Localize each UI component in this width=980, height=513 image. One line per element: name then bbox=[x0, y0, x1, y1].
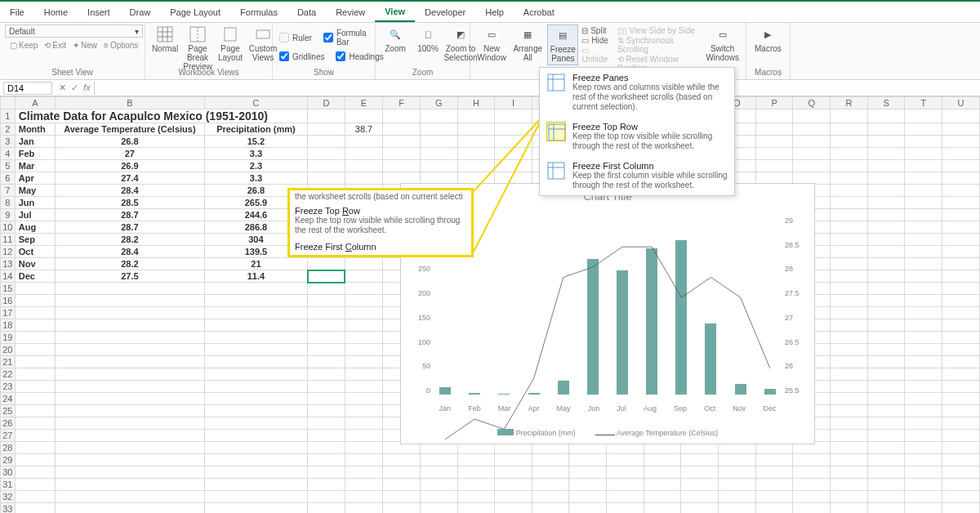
cell-U21[interactable] bbox=[942, 356, 980, 368]
col-header-Q[interactable]: Q bbox=[793, 97, 831, 109]
cell-Q32[interactable] bbox=[793, 491, 831, 503]
cell-D2[interactable] bbox=[308, 123, 345, 136]
cell-D32[interactable] bbox=[308, 491, 345, 503]
cell-U6[interactable] bbox=[942, 172, 980, 185]
cell-I1[interactable] bbox=[495, 109, 532, 123]
cell-Q33[interactable] bbox=[793, 503, 831, 514]
cell-A10[interactable]: Aug bbox=[15, 221, 55, 234]
cell-A5[interactable]: Mar bbox=[15, 160, 55, 172]
cell-D6[interactable] bbox=[308, 172, 345, 185]
cell-A30[interactable] bbox=[15, 466, 55, 479]
cell-S9[interactable] bbox=[867, 209, 905, 221]
cell-A16[interactable] bbox=[15, 295, 55, 307]
col-header-R[interactable]: R bbox=[831, 97, 868, 109]
cell-T25[interactable] bbox=[905, 405, 942, 417]
cell-H3[interactable] bbox=[457, 136, 495, 148]
cell-R7[interactable] bbox=[831, 185, 868, 197]
cell-F5[interactable] bbox=[383, 160, 421, 172]
cell-B31[interactable] bbox=[56, 479, 205, 491]
cell-R27[interactable] bbox=[831, 430, 868, 442]
cell-S23[interactable] bbox=[867, 381, 905, 393]
cell-S18[interactable] bbox=[867, 319, 905, 332]
menu-tab-data[interactable]: Data bbox=[287, 2, 326, 22]
cell-D14[interactable] bbox=[308, 270, 345, 283]
cell-S12[interactable] bbox=[867, 246, 905, 258]
cell-F32[interactable] bbox=[383, 491, 421, 503]
cell-B27[interactable] bbox=[56, 430, 205, 442]
cell-R13[interactable] bbox=[831, 258, 868, 270]
cell-S3[interactable] bbox=[867, 136, 905, 148]
cell-T18[interactable] bbox=[905, 319, 942, 332]
cell-Q2[interactable] bbox=[793, 123, 831, 136]
cell-G4[interactable] bbox=[420, 148, 457, 160]
cell-R20[interactable] bbox=[831, 344, 868, 356]
cell-U16[interactable] bbox=[942, 295, 980, 307]
cell-E17[interactable] bbox=[345, 307, 382, 319]
cell-T2[interactable] bbox=[905, 123, 942, 136]
cell-I2[interactable] bbox=[495, 123, 532, 136]
switch-windows-button[interactable]: ▭Switch Windows bbox=[704, 25, 741, 64]
cell-F4[interactable] bbox=[383, 148, 421, 160]
cell-H2[interactable] bbox=[457, 123, 495, 136]
row-header-33[interactable]: 33 bbox=[1, 503, 16, 514]
row-header-15[interactable]: 15 bbox=[1, 283, 16, 295]
cell-S2[interactable] bbox=[867, 123, 905, 136]
macros-button[interactable]: ▶Macros bbox=[751, 25, 785, 55]
cell-R9[interactable] bbox=[831, 209, 868, 221]
hide-button[interactable]: ▭ Hide bbox=[581, 36, 613, 45]
cell-U9[interactable] bbox=[942, 209, 980, 221]
cell-E30[interactable] bbox=[345, 466, 382, 479]
menu-tab-help[interactable]: Help bbox=[475, 2, 514, 22]
cell-R2[interactable] bbox=[831, 123, 868, 136]
cell-U20[interactable] bbox=[942, 344, 980, 356]
cell-S5[interactable] bbox=[867, 160, 905, 172]
cell-A27[interactable] bbox=[15, 430, 55, 442]
cell-S25[interactable] bbox=[867, 405, 905, 417]
cell-Q30[interactable] bbox=[793, 466, 831, 479]
cell-B24[interactable] bbox=[56, 393, 205, 405]
cell-Q1[interactable] bbox=[793, 109, 831, 123]
cell-S28[interactable] bbox=[867, 442, 905, 454]
cell-R32[interactable] bbox=[831, 491, 868, 503]
row-header-19[interactable]: 19 bbox=[1, 332, 16, 344]
cell-B9[interactable]: 28.7 bbox=[56, 209, 205, 221]
cell-A17[interactable] bbox=[15, 307, 55, 319]
cell-R31[interactable] bbox=[831, 479, 868, 491]
cell-H5[interactable] bbox=[457, 160, 495, 172]
cell-A31[interactable] bbox=[15, 479, 55, 491]
menu-tab-insert[interactable]: Insert bbox=[78, 2, 120, 22]
cell-T28[interactable] bbox=[905, 442, 942, 454]
cell-S15[interactable] bbox=[867, 283, 905, 295]
cell-A28[interactable] bbox=[15, 442, 55, 454]
cell-E6[interactable] bbox=[345, 172, 382, 185]
cell-T31[interactable] bbox=[905, 479, 942, 491]
cell-S13[interactable] bbox=[867, 258, 905, 270]
cell-E23[interactable] bbox=[345, 381, 382, 393]
col-header-S[interactable]: S bbox=[867, 97, 905, 109]
cell-E24[interactable] bbox=[345, 393, 382, 405]
row-header-6[interactable]: 6 bbox=[1, 172, 16, 185]
cell-S31[interactable] bbox=[867, 479, 905, 491]
cell-S26[interactable] bbox=[867, 417, 905, 430]
cell-B16[interactable] bbox=[56, 295, 205, 307]
cell-E22[interactable] bbox=[345, 368, 382, 381]
row-header-13[interactable]: 13 bbox=[1, 258, 16, 270]
cell-E32[interactable] bbox=[345, 491, 382, 503]
col-header-D[interactable]: D bbox=[308, 97, 345, 109]
cell-T17[interactable] bbox=[905, 307, 942, 319]
cell-B30[interactable] bbox=[56, 466, 205, 479]
cell-R21[interactable] bbox=[831, 356, 868, 368]
cell-Q5[interactable] bbox=[793, 160, 831, 172]
cell-B19[interactable] bbox=[56, 332, 205, 344]
sheetview-exit[interactable]: ⟲ Exit bbox=[44, 41, 66, 50]
cell-P1[interactable] bbox=[755, 109, 793, 123]
cell-T29[interactable] bbox=[905, 454, 942, 466]
col-header-P[interactable]: P bbox=[755, 97, 793, 109]
cell-E13[interactable] bbox=[345, 258, 382, 270]
cell-A20[interactable] bbox=[15, 344, 55, 356]
cell-U11[interactable] bbox=[942, 234, 980, 246]
cell-R19[interactable] bbox=[831, 332, 868, 344]
cell-R15[interactable] bbox=[831, 283, 868, 295]
cell-D3[interactable] bbox=[308, 136, 345, 148]
cell-D15[interactable] bbox=[308, 283, 345, 295]
